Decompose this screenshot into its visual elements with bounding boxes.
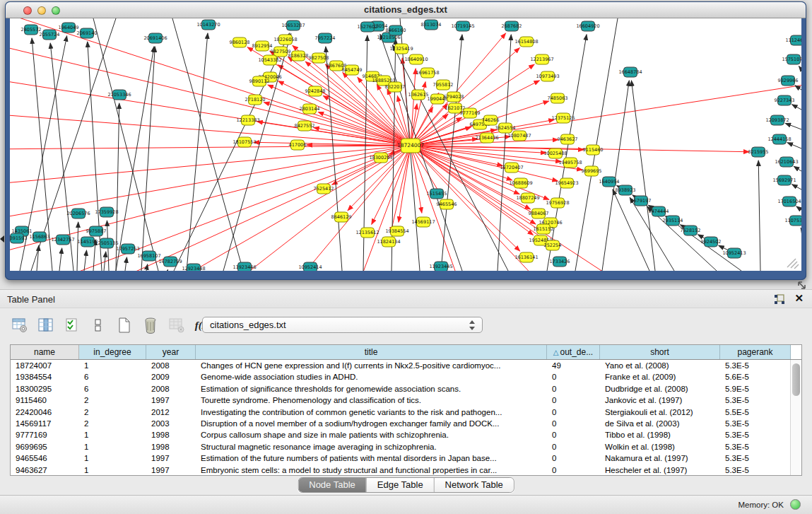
table-cell[interactable]: de Silva et al. (2003) [600,418,720,429]
selected-edge[interactable] [10,18,411,146]
table-cell[interactable]: 2008 [146,383,196,395]
column-checklist-icon[interactable] [64,317,81,334]
edge[interactable] [758,160,760,271]
table-cell[interactable]: 6 [79,383,146,395]
edge[interactable] [631,81,655,271]
table-cell[interactable]: 9115460 [11,395,79,406]
tab-network-table[interactable]: Network Table [434,478,514,492]
window-titlebar[interactable]: citations_edges.txt [6,2,806,18]
table-cell[interactable]: 18724007 [11,360,79,371]
new-table-icon[interactable] [116,317,133,334]
table-cell[interactable]: 19384554 [11,371,79,382]
table-cell[interactable]: Investigating the contribution of common… [196,407,547,418]
edge[interactable] [125,257,126,271]
table-cell[interactable]: 5.3E-5 [720,429,790,440]
table-cell[interactable]: Corpus callosum shape and size in male p… [196,429,547,440]
table-cell[interactable]: 5.3E-5 [720,465,790,475]
table-cell[interactable]: 2009 [146,371,196,382]
table-cell[interactable]: Changes of HCN gene expression and I(f) … [196,360,547,371]
scrollbar-thumb[interactable] [792,363,800,396]
table-cell[interactable]: 5.3E-5 [720,395,790,406]
edge[interactable] [146,264,148,271]
column-header-short[interactable]: short [600,345,720,359]
canvas-resize-grip[interactable] [787,259,799,269]
edge[interactable] [602,81,629,271]
table-cell[interactable]: 6 [79,371,146,382]
table-cell[interactable]: Stergiakouli et al. (2012) [600,407,720,418]
selected-edge[interactable] [10,114,411,146]
table-cell[interactable]: Wolkin et al. (1998) [600,441,720,452]
column-header-pagerank[interactable]: pagerank [720,345,791,359]
edge[interactable] [498,35,511,271]
table-cell[interactable]: Hescheler et al. (1997) [600,465,720,475]
table-cell[interactable]: 1997 [146,465,196,475]
table-cell[interactable]: Structural magnetic resonance image aver… [196,441,547,452]
table-source-dropdown[interactable]: citations_edges.txt [202,317,483,333]
table-cell[interactable]: 0 [547,395,600,406]
edge[interactable] [796,206,801,210]
table-row[interactable]: 911546021997Tourette syndrome. Phenomeno… [11,395,790,406]
table-row[interactable]: 977716911998Corpus callosum shape and si… [11,429,790,440]
memory-ok-indicator-icon[interactable] [790,499,801,510]
table-cell[interactable]: 49 [547,360,600,371]
table-settings-icon[interactable] [11,317,28,334]
table-cell[interactable]: 2012 [146,407,196,418]
table-cell[interactable]: 9777169 [11,429,79,440]
table-cell[interactable]: 9465546 [11,452,79,464]
node-table[interactable]: namein_degreeyeartitle△out_de...shortpag… [10,344,802,476]
table-cell[interactable]: 5.3E-5 [720,360,790,371]
table-cell[interactable]: 9463627 [11,465,79,475]
table-cell[interactable]: 5.3E-5 [720,418,790,429]
network-canvas[interactable]: 2405572205572419640492069140206914061014… [10,18,801,271]
edge[interactable] [59,248,62,271]
tab-edge-table[interactable]: Edge Table [366,478,434,492]
table-cell[interactable]: 0 [547,452,600,464]
table-panel-titlebar[interactable]: Table Panel ✕ [0,289,812,308]
column-header-year[interactable]: year [146,345,196,359]
table-row[interactable]: 1872400712008Changes of HCN gene express… [11,360,790,371]
selected-edge[interactable] [229,146,411,271]
table-cell[interactable]: 0 [547,429,600,440]
table-cell[interactable]: Yano et al. (2008) [600,360,720,371]
edge[interactable] [187,33,208,271]
selected-edge[interactable] [10,146,411,220]
table-cell[interactable]: 9699695 [11,441,79,452]
table-cell[interactable]: Estimation of the future numbers of pati… [196,452,547,464]
table-cell[interactable]: 5.6E-5 [720,371,790,382]
table-row[interactable]: 946362711997Embryonic stem cells: a mode… [11,465,790,475]
table-cell[interactable]: Franke et al. (2009) [600,371,720,382]
table-cell[interactable]: 22420046 [11,407,79,418]
table-cell[interactable]: 2008 [146,360,196,371]
table-cell[interactable]: 1998 [146,441,196,452]
selected-edge[interactable] [411,146,547,271]
table-cell[interactable]: Embryonic stem cells: a model to study s… [196,465,547,475]
edge[interactable] [785,123,801,129]
selected-edge[interactable] [323,95,411,146]
table-cell[interactable]: 5.3E-5 [720,452,790,464]
row-selector-icon[interactable] [90,317,107,334]
edge[interactable] [174,33,290,271]
selected-edge[interactable] [264,103,411,146]
table-row[interactable]: 946554611997Estimation of the future num… [11,452,790,464]
delete-table-icon[interactable] [142,317,159,334]
table-row[interactable]: 969969511998Structural magnetic resonanc… [11,441,790,452]
table-cell[interactable]: 2 [79,395,146,406]
table-cell[interactable]: 2003 [146,418,196,429]
table-cell[interactable]: Jankovic et al. (1997) [600,395,720,406]
table-cell[interactable]: 0 [547,441,600,452]
table-cell[interactable]: 1997 [146,395,196,406]
table-cell[interactable]: Tibbo et al. (1998) [600,429,720,440]
selected-edge[interactable] [411,33,506,146]
table-cell[interactable]: 0 [547,383,600,395]
close-panel-icon[interactable]: ✕ [794,292,804,305]
table-cell[interactable]: 2 [79,407,146,418]
edge[interactable] [792,105,801,110]
table-cell[interactable]: Nakamura et al. (1997) [600,452,720,464]
table-cell[interactable]: 5.9E-5 [720,383,790,395]
selected-edge[interactable] [10,146,411,149]
table-cell[interactable]: Dudbridge et al. (2008) [600,383,720,395]
table-cell[interactable]: Disruption of a novel member of a sodium… [196,418,547,429]
table-cell[interactable]: 1 [79,429,146,440]
table-row[interactable]: 1456911722003Disruption of a novel membe… [11,418,790,429]
float-panel-icon[interactable] [774,294,785,305]
